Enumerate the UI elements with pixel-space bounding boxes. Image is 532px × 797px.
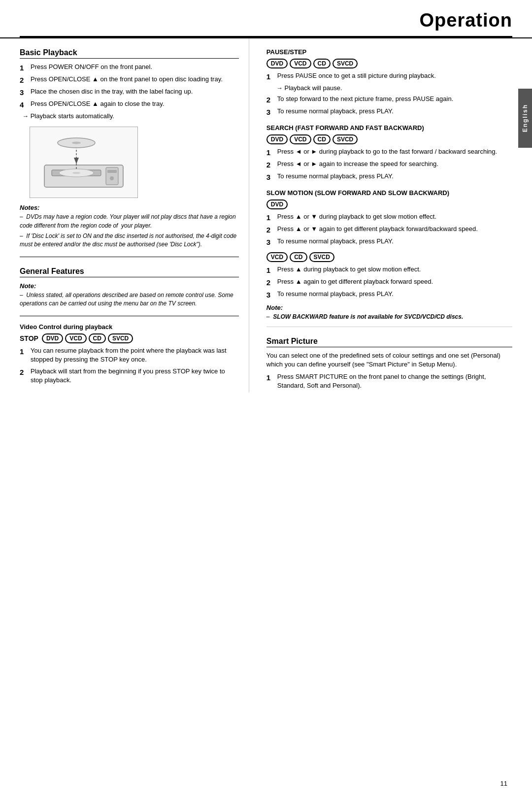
list-item: 2 Press ▲ again to get different playbac… (266, 277, 512, 288)
cd-badge: CD (89, 333, 106, 343)
note-2: – If 'Disc Lock' is set to ON and the di… (20, 232, 239, 249)
list-item: 4 Press OPEN/CLOSE ▲ again to close the … (20, 100, 239, 110)
pause-list: 1 Press PAUSE once to get a still pictur… (266, 71, 512, 82)
dvd-badge: DVD (266, 199, 288, 209)
general-features-note: Note: – Unless stated, all operations de… (20, 282, 239, 308)
list-item: 2 Playback will start from the beginning… (20, 367, 239, 385)
svg-marker-5 (74, 158, 79, 164)
slow-note-text: – SLOW BACKWARD feature is not available… (266, 313, 512, 321)
playback-arrow-note: Playback starts automatically. (22, 112, 239, 121)
vcd-badge: VCD (290, 134, 311, 144)
list-item: 3 To resume normal playback, press PLAY. (266, 237, 512, 247)
list-item: 3 To resume normal playback, press PLAY. (266, 290, 512, 300)
cd-badge: CD (313, 59, 331, 68)
list-item: 1 You can resume playback from the point… (20, 346, 239, 364)
svg-point-3 (72, 172, 80, 174)
slow-motion-note: Note: – SLOW BACKWARD feature is not ava… (266, 304, 512, 321)
search-badges: DVD VCD CD SVCD (266, 134, 512, 144)
section-divider-2 (20, 316, 239, 316)
svcd-badge: SVCD (108, 333, 133, 343)
svcd-badge: SVCD (332, 134, 358, 144)
basic-playback-section: Basic Playback 1 Press POWER ON/OFF on t… (20, 48, 239, 249)
stop-badges: STOP DVD VCD CD SVCD (20, 333, 239, 343)
disc-illustration (30, 127, 138, 198)
svg-rect-9 (107, 170, 117, 173)
left-column: Basic Playback 1 Press POWER ON/OFF on t… (20, 38, 249, 393)
svcd-badge: SVCD (332, 59, 358, 68)
slow-motion-section: SLOW MOTION (Slow Forward and Slow Backw… (266, 189, 512, 321)
page-title: Operation (420, 10, 512, 31)
slow-dvd-list: 1 Press ▲ or ▼ during playback to get sl… (266, 212, 512, 247)
right-column: PAUSE/STEP DVD VCD CD SVCD 1 Press PAUSE… (264, 38, 512, 393)
notes-label: Notes: (20, 204, 239, 211)
basic-playback-notes: Notes: – DVDs may have a region code. Yo… (20, 204, 239, 249)
slow-motion-title: SLOW MOTION (Slow Forward and Slow Backw… (266, 189, 512, 197)
note-1: – DVDs may have a region code. Your play… (20, 213, 239, 230)
list-item: 1 Press POWER ON/OFF on the front panel. (20, 63, 239, 73)
smart-picture-list: 1 Press SMART PICTURE on the front panel… (266, 372, 512, 390)
svg-point-10 (110, 176, 114, 180)
slow-vcd-badges: VCD CD SVCD (266, 252, 512, 262)
smart-picture-title: Smart Picture (266, 337, 512, 347)
search-list: 1 Press ◄ or ► during playback to go to … (266, 147, 512, 182)
svcd-badge: SVCD (309, 252, 334, 262)
page-number: 11 (500, 780, 507, 787)
list-item: 3 To resume normal playback, press PLAY. (266, 172, 512, 182)
vcd-badge: VCD (290, 59, 311, 68)
video-control-section: Video Control during playback STOP DVD V… (20, 323, 239, 385)
vcd-badge: VCD (65, 333, 86, 343)
page-header: Operation (0, 0, 532, 38)
pause-step-label: PAUSE/STEP (266, 48, 512, 56)
slow-vcd-list: 1 Press ▲ during playback to get slow mo… (266, 265, 512, 300)
content-area: Basic Playback 1 Press POWER ON/OFF on t… (0, 38, 532, 393)
slow-dvd-badges: DVD (266, 199, 512, 209)
slow-note-label: Note: (266, 304, 512, 311)
vcd-badge: VCD (266, 252, 288, 262)
section-divider (20, 257, 239, 257)
smart-picture-section: Smart Picture You can select one of the … (266, 337, 512, 391)
list-item: 2 Press ◄ or ► again to increase the spe… (266, 160, 512, 170)
video-control-title: Video Control during playback (20, 323, 239, 331)
cd-badge: CD (290, 252, 307, 262)
pause-list-2: 2 To step forward to the next picture fr… (266, 95, 512, 117)
stop-label: STOP (20, 334, 38, 342)
list-item: 2 Press ▲ or ▼ again to get different pl… (266, 225, 512, 235)
pause-badges: DVD VCD CD SVCD (266, 59, 512, 68)
dvd-badge: DVD (42, 333, 63, 343)
pause-arrow-note: Playback will pause. (276, 84, 512, 93)
smart-picture-intro: You can select one of the predefined set… (266, 351, 512, 370)
basic-playback-title: Basic Playback (20, 48, 239, 59)
language-tab: English (518, 89, 532, 148)
smart-picture-divider (266, 327, 512, 327)
dvd-badge: DVD (266, 59, 288, 68)
list-item: 1 Press PAUSE once to get a still pictur… (266, 71, 512, 82)
list-item: 1 Press SMART PICTURE on the front panel… (266, 372, 512, 390)
list-item: 1 Press ◄ or ► during playback to go to … (266, 147, 512, 158)
general-features-title: General Features (20, 267, 239, 277)
basic-playback-list: 1 Press POWER ON/OFF on the front panel.… (20, 63, 239, 110)
dvd-badge: DVD (266, 134, 288, 144)
video-control-list: 1 You can resume playback from the point… (20, 346, 239, 385)
pause-step-section: PAUSE/STEP DVD VCD CD SVCD 1 Press PAUSE… (266, 48, 512, 117)
search-section: SEARCH (Fast Forward and Fast Backward) … (266, 124, 512, 182)
list-item: 2 Press OPEN/CLOSE ▲ on the front panel … (20, 75, 239, 85)
general-note-label: Note: (20, 282, 239, 290)
list-item: 1 Press ▲ or ▼ during playback to get sl… (266, 212, 512, 223)
list-item: 2 To step forward to the next picture fr… (266, 95, 512, 105)
language-label: English (522, 104, 529, 132)
general-features-section: General Features Note: – Unless stated, … (20, 267, 239, 308)
tray-svg (34, 131, 133, 195)
list-item: 1 Press ▲ during playback to get slow mo… (266, 265, 512, 275)
list-item: 3 To resume normal playback, press PLAY. (266, 107, 512, 117)
list-item: 3 Place the chosen disc in the tray, wit… (20, 87, 239, 98)
search-title: SEARCH (Fast Forward and Fast Backward) (266, 124, 512, 132)
general-note-text: – Unless stated, all operations describe… (20, 291, 239, 308)
cd-badge: CD (313, 134, 331, 144)
svg-point-7 (72, 141, 81, 144)
